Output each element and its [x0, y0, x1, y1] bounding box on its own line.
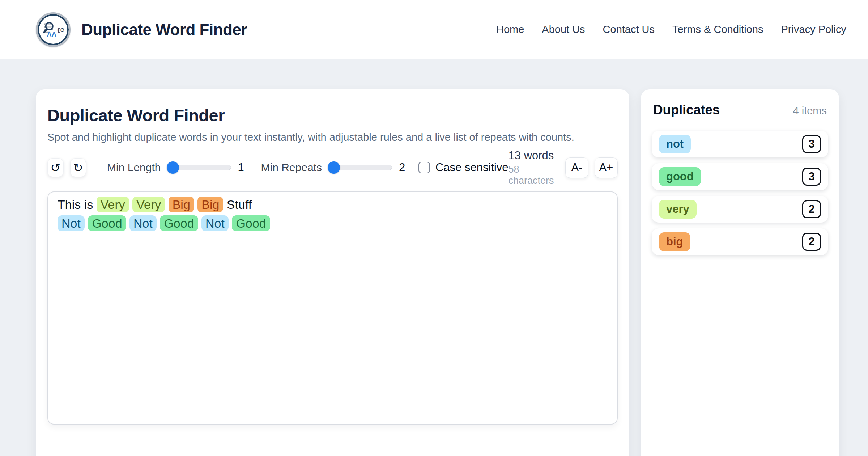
highlighted-word-not: Not: [201, 215, 229, 231]
nav-link-contact-us[interactable]: Contact Us: [603, 24, 655, 35]
duplicate-word-pill: very: [659, 200, 697, 219]
min-length-slider[interactable]: [167, 161, 231, 174]
highlighted-word-very: Very: [97, 197, 129, 212]
font-increase-button[interactable]: A+: [595, 157, 618, 178]
page-title: Duplicate Word Finder: [47, 105, 618, 125]
nav-link-home[interactable]: Home: [496, 24, 524, 35]
toolbar: ↺ ↻ Min Length 1 Min Repeats 2 Case sens…: [47, 157, 618, 178]
plain-text: [229, 216, 232, 230]
main-tool-card: Duplicate Word Finder Spot and highlight…: [36, 89, 629, 456]
highlighted-word-big: Big: [197, 197, 223, 212]
brand-home-link[interactable]: AA → [⟳] Duplicate Word Finder: [36, 12, 247, 47]
duplicate-count-badge: 3: [802, 168, 821, 186]
font-decrease-button[interactable]: A-: [565, 157, 588, 178]
highlighted-word-good: Good: [88, 215, 126, 231]
duplicate-item-very[interactable]: very2: [652, 196, 828, 223]
min-repeats-value: 2: [399, 161, 405, 174]
duplicates-panel: Duplicates 4 items not3good3very2big2: [641, 89, 839, 456]
highlighted-word-not: Not: [129, 215, 157, 231]
undo-button[interactable]: ↺: [47, 158, 64, 177]
min-repeats-slider[interactable]: [328, 161, 392, 174]
plain-text: [198, 216, 201, 230]
plain-text: [126, 216, 129, 230]
main-nav: Home About Us Contact Us Terms & Conditi…: [496, 24, 846, 35]
duplicate-count-badge: 2: [802, 200, 821, 218]
duplicates-header: Duplicates 4 items: [652, 102, 828, 118]
nav-link-about-us[interactable]: About Us: [542, 24, 585, 35]
brand-logo-icon: AA → [⟳]: [42, 18, 64, 41]
duplicate-count-badge: 3: [802, 135, 821, 153]
duplicates-list: not3good3very2big2: [652, 131, 828, 255]
character-count: 58 characters: [509, 164, 556, 186]
min-length-value: 1: [238, 161, 244, 174]
min-length-slider-thumb[interactable]: [167, 161, 179, 174]
page-subtitle: Spot and highlight duplicate words in yo…: [47, 131, 618, 143]
highlighted-word-good: Good: [160, 215, 198, 231]
case-sensitive-label: Case sensitive: [435, 161, 509, 174]
redo-icon: ↻: [73, 161, 83, 175]
duplicates-title: Duplicates: [653, 102, 720, 118]
top-header: AA → [⟳] Duplicate Word Finder Home Abou…: [0, 0, 868, 59]
duplicate-word-pill: not: [659, 135, 691, 153]
app-logo: AA → [⟳]: [36, 12, 71, 47]
min-length-label: Min Length: [107, 161, 161, 174]
editor-line: This is Very Very Big Big Stuff: [58, 195, 608, 214]
highlighted-word-not: Not: [58, 215, 85, 231]
redo-button[interactable]: ↻: [70, 158, 86, 177]
duplicates-count: 4 items: [793, 105, 827, 117]
duplicate-word-pill: big: [659, 232, 690, 251]
plain-text: [194, 198, 197, 211]
min-repeats-slider-thumb[interactable]: [328, 161, 340, 174]
case-sensitive-checkbox[interactable]: [418, 162, 430, 173]
plain-text: Stuff: [223, 198, 252, 211]
duplicate-word-pill: good: [659, 167, 701, 186]
nav-link-terms-conditions[interactable]: Terms & Conditions: [672, 24, 763, 35]
min-repeats-label: Min Repeats: [261, 161, 322, 174]
highlighted-word-very: Very: [132, 197, 165, 212]
highlighted-word-good: Good: [232, 215, 270, 231]
highlighted-word-big: Big: [169, 197, 194, 212]
brand-title: Duplicate Word Finder: [81, 21, 247, 39]
svg-text:[⟳]: [⟳]: [58, 26, 64, 33]
nav-link-privacy-policy[interactable]: Privacy Policy: [781, 24, 847, 35]
content-area: Duplicate Word Finder Spot and highlight…: [36, 89, 846, 456]
plain-text: [85, 216, 88, 230]
editor-line: Not Good Not Good Not Good: [58, 214, 608, 233]
duplicate-item-not[interactable]: not3: [652, 131, 828, 157]
editor-area[interactable]: This is Very Very Big Big StuffNot Good …: [47, 191, 618, 425]
plain-text: [157, 216, 160, 230]
plain-text: [165, 198, 168, 211]
duplicate-item-big[interactable]: big2: [652, 228, 828, 255]
word-count: 13 words: [509, 149, 556, 162]
plain-text: This is: [58, 198, 97, 211]
duplicate-count-badge: 2: [802, 233, 821, 251]
header-inner: AA → [⟳] Duplicate Word Finder Home Abou…: [0, 12, 868, 47]
text-stats: 13 words 58 characters: [509, 149, 565, 186]
undo-icon: ↺: [50, 161, 60, 175]
duplicate-item-good[interactable]: good3: [652, 163, 828, 190]
plain-text: [129, 198, 132, 211]
